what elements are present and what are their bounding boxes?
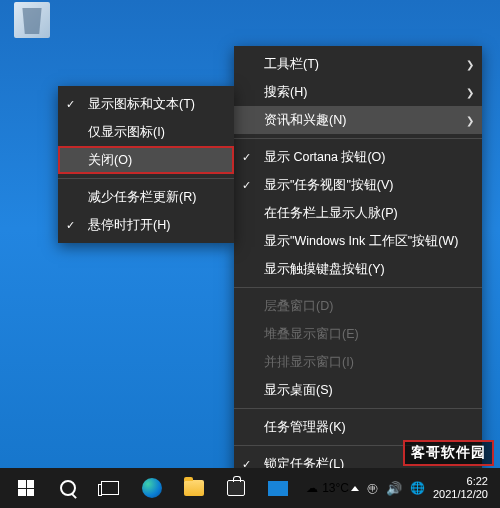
weather-widget[interactable]: ☁ 13°C xyxy=(306,481,349,495)
menu-item-show-desktop[interactable]: 显示桌面(S) xyxy=(234,376,482,404)
menu-item-label: 任务管理器(K) xyxy=(264,419,346,436)
menu-item[interactable]: 关闭(O) xyxy=(58,146,234,174)
menu-item[interactable]: ✓显示 Cortana 按钮(O) xyxy=(234,143,482,171)
menu-item-label: 在任务栏上显示人脉(P) xyxy=(264,205,398,222)
menu-item-label: 层叠窗口(D) xyxy=(264,298,333,315)
chevron-right-icon: ❯ xyxy=(466,59,474,70)
tray-overflow-icon[interactable] xyxy=(351,486,359,491)
menu-item-label: 堆叠显示窗口(E) xyxy=(264,326,359,343)
edge-icon xyxy=(142,478,162,498)
mail-icon xyxy=(268,481,288,496)
taskbar[interactable]: ☁ 13°C ㊥ 🔊 🌐 6:22 2021/12/20 xyxy=(0,468,500,508)
menu-separator xyxy=(58,178,234,179)
menu-item[interactable]: ✓显示图标和文本(T) xyxy=(58,90,234,118)
menu-item-label: 显示 Cortana 按钮(O) xyxy=(264,149,385,166)
menu-separator xyxy=(234,138,482,139)
menu-item[interactable]: 资讯和兴趣(N)❯ xyxy=(234,106,482,134)
chevron-right-icon: ❯ xyxy=(466,115,474,126)
menu-item-label: 搜索(H) xyxy=(264,84,307,101)
ime-icon[interactable]: ㊥ xyxy=(367,481,378,496)
search-icon xyxy=(60,480,76,496)
taskbar-app-mail[interactable] xyxy=(258,468,298,508)
watermark: 客哥软件园 xyxy=(403,440,494,466)
system-tray[interactable]: ㊥ 🔊 🌐 6:22 2021/12/20 xyxy=(351,475,494,500)
taskbar-context-menu: 工具栏(T)❯搜索(H)❯资讯和兴趣(N)❯ ✓显示 Cortana 按钮(O)… xyxy=(234,46,482,508)
clock-date: 2021/12/20 xyxy=(433,488,488,501)
clock-time: 6:22 xyxy=(433,475,488,488)
menu-separator xyxy=(234,287,482,288)
menu-item-label: 仅显示图标(I) xyxy=(88,124,165,141)
weather-temp: 13°C xyxy=(322,481,349,495)
check-icon: ✓ xyxy=(242,151,251,164)
menu-item-label: 减少任务栏更新(R) xyxy=(88,189,196,206)
check-icon: ✓ xyxy=(66,98,75,111)
menu-item[interactable]: ✓显示"任务视图"按钮(V) xyxy=(234,171,482,199)
news-interests-submenu: ✓显示图标和文本(T)仅显示图标(I)关闭(O) 减少任务栏更新(R)✓悬停时打… xyxy=(58,86,234,243)
menu-item-label: 显示桌面(S) xyxy=(264,382,333,399)
menu-item-label: 显示图标和文本(T) xyxy=(88,96,195,113)
folder-icon xyxy=(184,480,204,496)
menu-item[interactable]: 工具栏(T)❯ xyxy=(234,50,482,78)
volume-icon[interactable]: 🔊 xyxy=(386,481,402,496)
menu-item: 层叠窗口(D) xyxy=(234,292,482,320)
menu-item-label: 并排显示窗口(I) xyxy=(264,354,354,371)
taskbar-app-store[interactable] xyxy=(216,468,256,508)
menu-item[interactable]: ✓悬停时打开(H) xyxy=(58,211,234,239)
menu-item[interactable]: 搜索(H)❯ xyxy=(234,78,482,106)
menu-item: 并排显示窗口(I) xyxy=(234,348,482,376)
menu-item[interactable]: 显示触摸键盘按钮(Y) xyxy=(234,255,482,283)
network-icon[interactable]: 🌐 xyxy=(410,481,425,495)
menu-item[interactable]: 显示"Windows Ink 工作区"按钮(W) xyxy=(234,227,482,255)
menu-item-label: 显示"Windows Ink 工作区"按钮(W) xyxy=(264,233,458,250)
menu-item[interactable]: 减少任务栏更新(R) xyxy=(58,183,234,211)
menu-item-label: 悬停时打开(H) xyxy=(88,217,170,234)
check-icon: ✓ xyxy=(66,219,75,232)
menu-item-label: 资讯和兴趣(N) xyxy=(264,112,346,129)
start-button[interactable] xyxy=(6,468,46,508)
store-icon xyxy=(227,480,245,496)
task-view-icon xyxy=(101,481,119,495)
menu-item[interactable]: 仅显示图标(I) xyxy=(58,118,234,146)
check-icon: ✓ xyxy=(242,179,251,192)
task-view-button[interactable] xyxy=(90,468,130,508)
menu-separator xyxy=(234,408,482,409)
weather-icon: ☁ xyxy=(306,481,318,495)
menu-item-label: 关闭(O) xyxy=(88,152,132,169)
recycle-bin-icon xyxy=(14,2,50,38)
search-button[interactable] xyxy=(48,468,88,508)
menu-item: 堆叠显示窗口(E) xyxy=(234,320,482,348)
taskbar-app-edge[interactable] xyxy=(132,468,172,508)
menu-item-label: 工具栏(T) xyxy=(264,56,319,73)
menu-item-label: 显示触摸键盘按钮(Y) xyxy=(264,261,385,278)
menu-item-task-manager[interactable]: 任务管理器(K) xyxy=(234,413,482,441)
windows-logo-icon xyxy=(18,480,34,496)
taskbar-app-explorer[interactable] xyxy=(174,468,214,508)
clock[interactable]: 6:22 2021/12/20 xyxy=(433,475,488,500)
menu-item[interactable]: 在任务栏上显示人脉(P) xyxy=(234,199,482,227)
recycle-bin[interactable] xyxy=(8,2,56,58)
chevron-right-icon: ❯ xyxy=(466,87,474,98)
menu-item-label: 显示"任务视图"按钮(V) xyxy=(264,177,394,194)
